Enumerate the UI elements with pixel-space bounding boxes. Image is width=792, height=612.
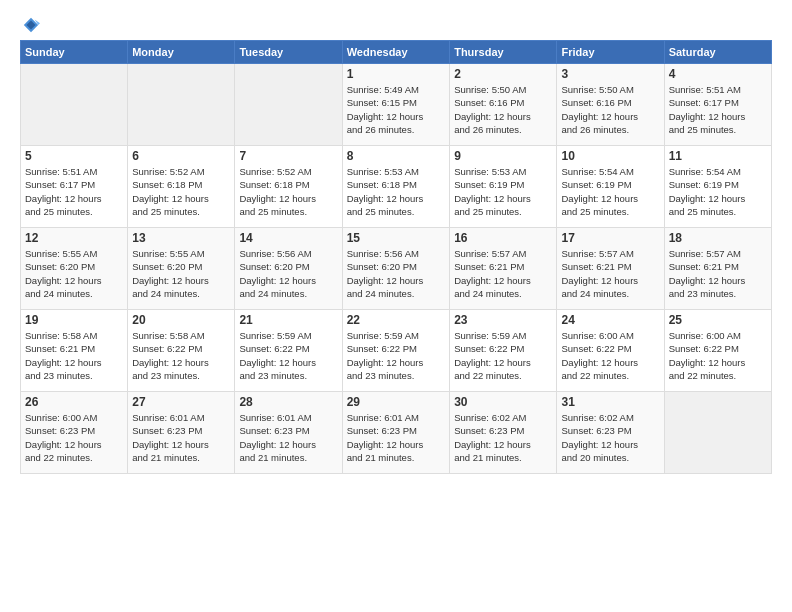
day-info: Sunrise: 6:00 AM Sunset: 6:22 PM Dayligh…: [669, 329, 767, 382]
day-number: 26: [25, 395, 123, 409]
day-info: Sunrise: 5:52 AM Sunset: 6:18 PM Dayligh…: [132, 165, 230, 218]
day-info: Sunrise: 5:52 AM Sunset: 6:18 PM Dayligh…: [239, 165, 337, 218]
day-number: 13: [132, 231, 230, 245]
day-number: 31: [561, 395, 659, 409]
day-number: 11: [669, 149, 767, 163]
day-number: 1: [347, 67, 445, 81]
day-number: 25: [669, 313, 767, 327]
calendar-cell: [21, 64, 128, 146]
weekday-header: Thursday: [450, 41, 557, 64]
day-number: 6: [132, 149, 230, 163]
calendar-cell: 20Sunrise: 5:58 AM Sunset: 6:22 PM Dayli…: [128, 310, 235, 392]
day-info: Sunrise: 5:53 AM Sunset: 6:19 PM Dayligh…: [454, 165, 552, 218]
logo: [20, 16, 42, 34]
day-number: 28: [239, 395, 337, 409]
day-number: 9: [454, 149, 552, 163]
day-number: 19: [25, 313, 123, 327]
calendar-week-row: 12Sunrise: 5:55 AM Sunset: 6:20 PM Dayli…: [21, 228, 772, 310]
calendar-cell: 4Sunrise: 5:51 AM Sunset: 6:17 PM Daylig…: [664, 64, 771, 146]
calendar-cell: 5Sunrise: 5:51 AM Sunset: 6:17 PM Daylig…: [21, 146, 128, 228]
calendar-week-row: 19Sunrise: 5:58 AM Sunset: 6:21 PM Dayli…: [21, 310, 772, 392]
day-info: Sunrise: 5:51 AM Sunset: 6:17 PM Dayligh…: [669, 83, 767, 136]
day-info: Sunrise: 6:02 AM Sunset: 6:23 PM Dayligh…: [561, 411, 659, 464]
calendar-cell: 27Sunrise: 6:01 AM Sunset: 6:23 PM Dayli…: [128, 392, 235, 474]
day-number: 29: [347, 395, 445, 409]
day-number: 14: [239, 231, 337, 245]
day-info: Sunrise: 5:51 AM Sunset: 6:17 PM Dayligh…: [25, 165, 123, 218]
calendar-cell: 16Sunrise: 5:57 AM Sunset: 6:21 PM Dayli…: [450, 228, 557, 310]
logo-icon: [22, 16, 40, 34]
day-number: 7: [239, 149, 337, 163]
day-info: Sunrise: 5:49 AM Sunset: 6:15 PM Dayligh…: [347, 83, 445, 136]
calendar-cell: 28Sunrise: 6:01 AM Sunset: 6:23 PM Dayli…: [235, 392, 342, 474]
day-info: Sunrise: 6:00 AM Sunset: 6:22 PM Dayligh…: [561, 329, 659, 382]
day-info: Sunrise: 5:54 AM Sunset: 6:19 PM Dayligh…: [669, 165, 767, 218]
weekday-header: Tuesday: [235, 41, 342, 64]
day-number: 22: [347, 313, 445, 327]
calendar-cell: 31Sunrise: 6:02 AM Sunset: 6:23 PM Dayli…: [557, 392, 664, 474]
day-info: Sunrise: 6:01 AM Sunset: 6:23 PM Dayligh…: [239, 411, 337, 464]
calendar-cell: 13Sunrise: 5:55 AM Sunset: 6:20 PM Dayli…: [128, 228, 235, 310]
day-info: Sunrise: 6:02 AM Sunset: 6:23 PM Dayligh…: [454, 411, 552, 464]
calendar-cell: 6Sunrise: 5:52 AM Sunset: 6:18 PM Daylig…: [128, 146, 235, 228]
day-number: 21: [239, 313, 337, 327]
weekday-header: Wednesday: [342, 41, 449, 64]
day-info: Sunrise: 5:54 AM Sunset: 6:19 PM Dayligh…: [561, 165, 659, 218]
calendar-cell: 29Sunrise: 6:01 AM Sunset: 6:23 PM Dayli…: [342, 392, 449, 474]
calendar-cell: 7Sunrise: 5:52 AM Sunset: 6:18 PM Daylig…: [235, 146, 342, 228]
day-number: 16: [454, 231, 552, 245]
day-info: Sunrise: 5:57 AM Sunset: 6:21 PM Dayligh…: [561, 247, 659, 300]
day-info: Sunrise: 6:00 AM Sunset: 6:23 PM Dayligh…: [25, 411, 123, 464]
day-info: Sunrise: 5:58 AM Sunset: 6:22 PM Dayligh…: [132, 329, 230, 382]
day-number: 15: [347, 231, 445, 245]
calendar-cell: 3Sunrise: 5:50 AM Sunset: 6:16 PM Daylig…: [557, 64, 664, 146]
day-info: Sunrise: 5:59 AM Sunset: 6:22 PM Dayligh…: [239, 329, 337, 382]
day-number: 8: [347, 149, 445, 163]
day-number: 23: [454, 313, 552, 327]
calendar-cell: 1Sunrise: 5:49 AM Sunset: 6:15 PM Daylig…: [342, 64, 449, 146]
calendar-cell: 2Sunrise: 5:50 AM Sunset: 6:16 PM Daylig…: [450, 64, 557, 146]
calendar-cell: 12Sunrise: 5:55 AM Sunset: 6:20 PM Dayli…: [21, 228, 128, 310]
calendar-cell: 25Sunrise: 6:00 AM Sunset: 6:22 PM Dayli…: [664, 310, 771, 392]
calendar-cell: 15Sunrise: 5:56 AM Sunset: 6:20 PM Dayli…: [342, 228, 449, 310]
day-number: 27: [132, 395, 230, 409]
day-number: 17: [561, 231, 659, 245]
calendar-cell: 26Sunrise: 6:00 AM Sunset: 6:23 PM Dayli…: [21, 392, 128, 474]
day-info: Sunrise: 5:57 AM Sunset: 6:21 PM Dayligh…: [454, 247, 552, 300]
calendar-cell: [235, 64, 342, 146]
calendar-cell: 11Sunrise: 5:54 AM Sunset: 6:19 PM Dayli…: [664, 146, 771, 228]
calendar-cell: 14Sunrise: 5:56 AM Sunset: 6:20 PM Dayli…: [235, 228, 342, 310]
weekday-header: Friday: [557, 41, 664, 64]
calendar-week-row: 26Sunrise: 6:00 AM Sunset: 6:23 PM Dayli…: [21, 392, 772, 474]
day-info: Sunrise: 5:50 AM Sunset: 6:16 PM Dayligh…: [454, 83, 552, 136]
weekday-header: Saturday: [664, 41, 771, 64]
day-number: 2: [454, 67, 552, 81]
day-info: Sunrise: 5:56 AM Sunset: 6:20 PM Dayligh…: [239, 247, 337, 300]
day-info: Sunrise: 5:50 AM Sunset: 6:16 PM Dayligh…: [561, 83, 659, 136]
day-info: Sunrise: 5:55 AM Sunset: 6:20 PM Dayligh…: [25, 247, 123, 300]
day-info: Sunrise: 5:59 AM Sunset: 6:22 PM Dayligh…: [347, 329, 445, 382]
day-number: 10: [561, 149, 659, 163]
day-number: 12: [25, 231, 123, 245]
calendar-cell: 30Sunrise: 6:02 AM Sunset: 6:23 PM Dayli…: [450, 392, 557, 474]
day-number: 3: [561, 67, 659, 81]
calendar-cell: 9Sunrise: 5:53 AM Sunset: 6:19 PM Daylig…: [450, 146, 557, 228]
calendar-cell: 22Sunrise: 5:59 AM Sunset: 6:22 PM Dayli…: [342, 310, 449, 392]
page: SundayMondayTuesdayWednesdayThursdayFrid…: [0, 0, 792, 612]
day-info: Sunrise: 5:53 AM Sunset: 6:18 PM Dayligh…: [347, 165, 445, 218]
calendar-week-row: 5Sunrise: 5:51 AM Sunset: 6:17 PM Daylig…: [21, 146, 772, 228]
calendar-week-row: 1Sunrise: 5:49 AM Sunset: 6:15 PM Daylig…: [21, 64, 772, 146]
calendar-cell: 17Sunrise: 5:57 AM Sunset: 6:21 PM Dayli…: [557, 228, 664, 310]
day-info: Sunrise: 5:57 AM Sunset: 6:21 PM Dayligh…: [669, 247, 767, 300]
day-number: 24: [561, 313, 659, 327]
calendar-cell: 21Sunrise: 5:59 AM Sunset: 6:22 PM Dayli…: [235, 310, 342, 392]
day-number: 5: [25, 149, 123, 163]
day-number: 30: [454, 395, 552, 409]
day-info: Sunrise: 5:59 AM Sunset: 6:22 PM Dayligh…: [454, 329, 552, 382]
calendar-header-row: SundayMondayTuesdayWednesdayThursdayFrid…: [21, 41, 772, 64]
calendar-cell: 8Sunrise: 5:53 AM Sunset: 6:18 PM Daylig…: [342, 146, 449, 228]
calendar-cell: 23Sunrise: 5:59 AM Sunset: 6:22 PM Dayli…: [450, 310, 557, 392]
day-number: 20: [132, 313, 230, 327]
calendar-cell: [664, 392, 771, 474]
day-info: Sunrise: 5:58 AM Sunset: 6:21 PM Dayligh…: [25, 329, 123, 382]
